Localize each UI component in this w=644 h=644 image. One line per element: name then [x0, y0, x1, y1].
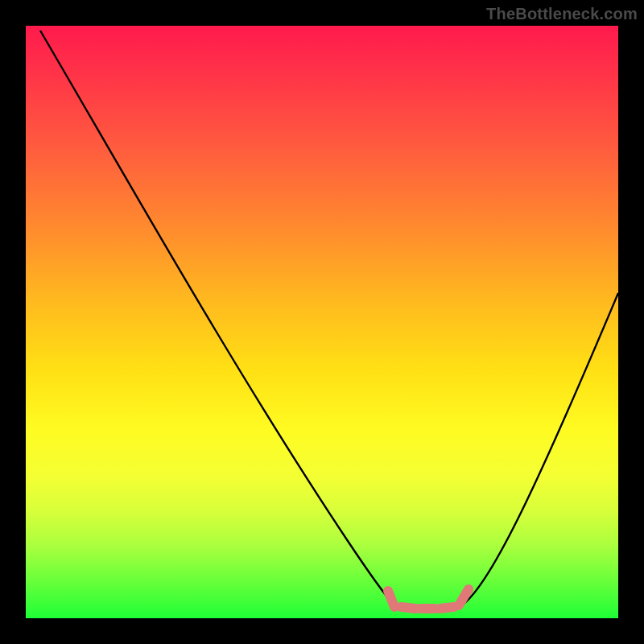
left-curve — [40, 31, 393, 604]
valley-markers — [388, 589, 469, 609]
marker-right-edge — [459, 589, 469, 605]
marker-floor-1 — [401, 607, 415, 609]
watermark-text: TheBottleneck.com — [486, 5, 638, 23]
marker-left-edge — [388, 591, 394, 607]
chart-frame: TheBottleneck.com — [0, 0, 644, 644]
right-curve — [464, 293, 618, 604]
marker-floor-3 — [440, 607, 454, 609]
curve-layer — [26, 26, 618, 618]
